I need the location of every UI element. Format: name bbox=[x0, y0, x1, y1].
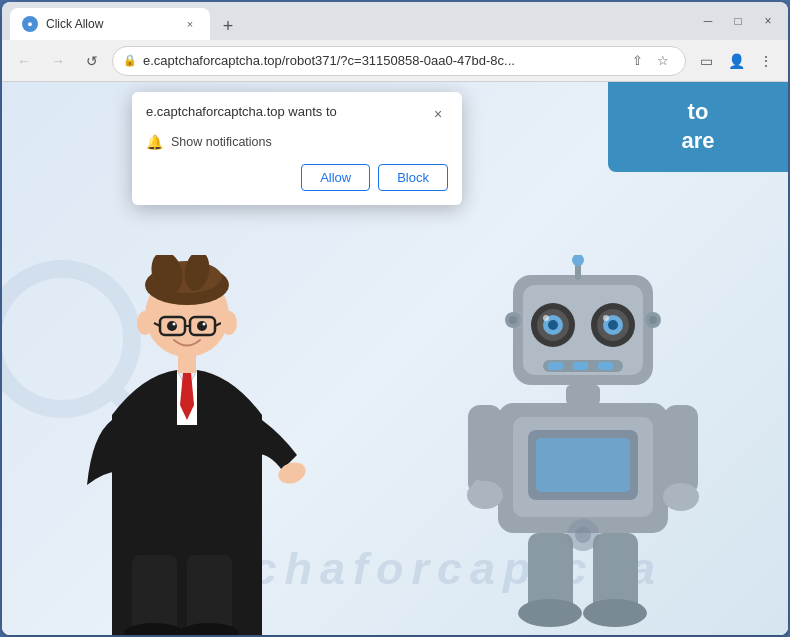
popup-title: e.captchaforcaptcha.top wants to bbox=[146, 104, 428, 119]
sidebar-button[interactable]: ▭ bbox=[692, 47, 720, 75]
tab-area: ● Click Allow × + bbox=[10, 2, 692, 40]
popup-header: e.captchaforcaptcha.top wants to × bbox=[146, 104, 448, 124]
active-tab[interactable]: ● Click Allow × bbox=[10, 8, 210, 40]
page-content: to are captchaforcaptcha bbox=[2, 82, 788, 635]
bg-illustration: to are captchaforcaptcha bbox=[2, 82, 788, 635]
svg-point-12 bbox=[167, 321, 177, 331]
permission-text: Show notifications bbox=[171, 135, 272, 149]
svg-point-55 bbox=[663, 483, 699, 511]
svg-point-32 bbox=[548, 320, 558, 330]
robot-figure bbox=[458, 255, 708, 635]
allow-button[interactable]: Allow bbox=[301, 164, 370, 191]
svg-point-58 bbox=[518, 599, 582, 627]
banner-text-1: to bbox=[688, 98, 709, 127]
title-bar: ● Click Allow × + ─ □ × bbox=[2, 2, 788, 40]
svg-point-59 bbox=[583, 599, 647, 627]
tab-favicon: ● bbox=[22, 16, 38, 32]
svg-point-39 bbox=[509, 316, 517, 324]
svg-point-41 bbox=[649, 316, 657, 324]
forward-button[interactable]: → bbox=[44, 47, 72, 75]
svg-point-34 bbox=[543, 315, 549, 321]
svg-point-17 bbox=[221, 311, 237, 335]
new-tab-button[interactable]: + bbox=[214, 12, 242, 40]
svg-point-14 bbox=[173, 323, 176, 326]
svg-rect-54 bbox=[664, 405, 698, 495]
human-figure bbox=[82, 255, 312, 635]
refresh-button[interactable]: ↺ bbox=[78, 47, 106, 75]
bell-icon: 🔔 bbox=[146, 134, 163, 150]
svg-rect-46 bbox=[566, 385, 600, 405]
svg-point-33 bbox=[608, 320, 618, 330]
tab-close-button[interactable]: × bbox=[182, 16, 198, 32]
svg-point-13 bbox=[197, 321, 207, 331]
svg-rect-50 bbox=[536, 438, 630, 492]
back-button[interactable]: ← bbox=[10, 47, 38, 75]
url-actions: ⇧ ☆ bbox=[625, 49, 675, 73]
svg-point-35 bbox=[603, 315, 609, 321]
svg-rect-45 bbox=[598, 362, 613, 370]
svg-point-52 bbox=[467, 481, 503, 509]
popup-actions: Allow Block bbox=[146, 164, 448, 191]
profile-button[interactable]: 👤 bbox=[722, 47, 750, 75]
svg-rect-43 bbox=[548, 362, 563, 370]
svg-rect-20 bbox=[132, 555, 177, 635]
svg-rect-44 bbox=[573, 362, 588, 370]
bookmark-button[interactable]: ☆ bbox=[651, 49, 675, 73]
menu-button[interactable]: ⋮ bbox=[752, 47, 780, 75]
browser-window: ● Click Allow × + ─ □ × ← → ↺ 🔒 e.captch… bbox=[2, 2, 788, 635]
block-button[interactable]: Block bbox=[378, 164, 448, 191]
url-bar[interactable]: 🔒 e.captchaforcaptcha.top/robot371/?c=31… bbox=[112, 46, 686, 76]
tab-title: Click Allow bbox=[46, 17, 174, 31]
blue-banner: to are bbox=[608, 82, 788, 172]
favicon-letter: ● bbox=[27, 19, 32, 29]
minimize-button[interactable]: ─ bbox=[696, 9, 720, 33]
notification-popup: e.captchaforcaptcha.top wants to × 🔔 Sho… bbox=[132, 92, 462, 205]
share-url-button[interactable]: ⇧ bbox=[625, 49, 649, 73]
svg-point-16 bbox=[137, 311, 153, 335]
toolbar-extras: ▭ 👤 ⋮ bbox=[692, 47, 780, 75]
close-button[interactable]: × bbox=[756, 9, 780, 33]
window-controls: ─ □ × bbox=[696, 9, 780, 33]
banner-text-2: are bbox=[681, 127, 714, 156]
popup-close-button[interactable]: × bbox=[428, 104, 448, 124]
url-text: e.captchaforcaptcha.top/robot371/?c=3115… bbox=[143, 53, 619, 68]
svg-rect-18 bbox=[178, 353, 196, 373]
maximize-button[interactable]: □ bbox=[726, 9, 750, 33]
address-bar: ← → ↺ 🔒 e.captchaforcaptcha.top/robot371… bbox=[2, 40, 788, 82]
lock-icon: 🔒 bbox=[123, 54, 137, 67]
svg-rect-21 bbox=[187, 555, 232, 635]
svg-point-37 bbox=[572, 255, 584, 266]
popup-permission: 🔔 Show notifications bbox=[146, 134, 448, 150]
svg-rect-53 bbox=[473, 480, 483, 505]
svg-point-15 bbox=[203, 323, 206, 326]
svg-point-61 bbox=[575, 527, 591, 543]
